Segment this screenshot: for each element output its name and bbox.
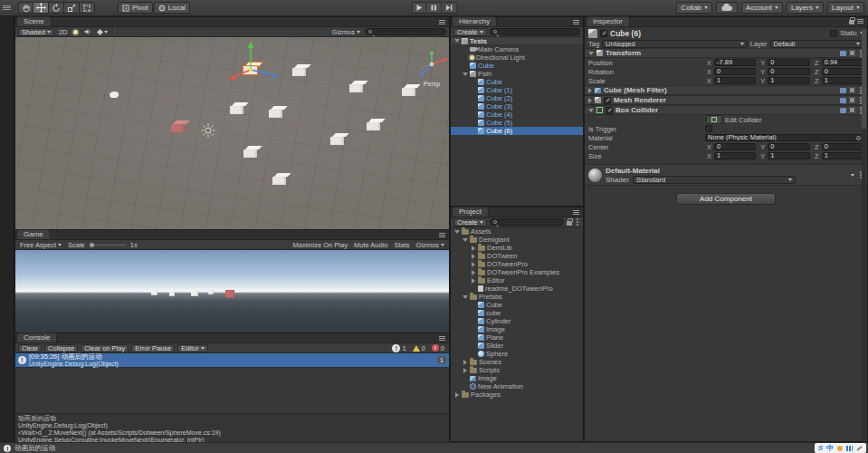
project-item-prefabs[interactable]: Prefabs <box>451 293 583 301</box>
hierarchy-item-cube[interactable]: Cube <box>451 78 583 86</box>
project-item-editor[interactable]: Editor <box>451 276 583 284</box>
hierarchy-item-directional-light[interactable]: Directional Light <box>451 53 583 62</box>
layers-dropdown[interactable]: Layers <box>787 2 824 14</box>
audio-toggle[interactable] <box>82 28 93 35</box>
game-viewport[interactable] <box>15 250 449 333</box>
layer-dropdown[interactable]: Default <box>770 40 863 48</box>
rotation-x-field[interactable]: 0 <box>714 68 756 75</box>
info-filter-toggle[interactable]: 1 <box>390 344 407 352</box>
foldout-closed-icon[interactable] <box>588 88 592 93</box>
foldout-open-icon[interactable] <box>454 39 460 43</box>
scene-cube-red[interactable] <box>171 120 186 132</box>
panel-menu-icon[interactable] <box>573 210 579 215</box>
slider-knob[interactable] <box>90 243 94 247</box>
foldout-open-icon[interactable] <box>588 52 594 55</box>
gameobject-name[interactable]: Cube (6) <box>610 29 641 38</box>
collapse-toggle[interactable]: Collapse <box>44 344 78 352</box>
console-detail-pane[interactable]: 动画后的运动 UnityEngine.Debug:Log(Object) <Wa… <box>15 413 449 443</box>
mute-audio-toggle[interactable]: Mute Audio <box>352 241 390 249</box>
create-dropdown[interactable]: Create <box>453 28 487 36</box>
scene-search-input[interactable] <box>365 28 446 35</box>
lock-icon[interactable] <box>567 221 572 226</box>
hierarchy-search-input[interactable] <box>490 28 580 35</box>
gear-icon[interactable] <box>849 87 855 93</box>
effects-dropdown[interactable] <box>96 30 110 34</box>
position-y-field[interactable]: 0 <box>768 59 809 66</box>
foldout-closed-icon[interactable] <box>588 98 592 103</box>
scale-z-field[interactable]: 1 <box>822 77 863 84</box>
stats-toggle[interactable]: Stats <box>392 241 411 249</box>
tab-scene[interactable]: Scene <box>16 16 52 26</box>
hierarchy-item-main-camera[interactable]: Main Camera <box>451 45 583 53</box>
project-item-demilib[interactable]: DemiLib <box>451 244 583 252</box>
status-bar[interactable]: 动画后的运动 <box>0 442 868 453</box>
scene-orientation-gizmo[interactable] <box>412 50 449 81</box>
local-toggle-button[interactable]: Local <box>154 2 190 14</box>
edit-collider-button[interactable] <box>706 115 722 124</box>
mesh-renderer-component-header[interactable]: Mesh Renderer <box>585 95 867 105</box>
ime-language-icon[interactable]: 中 <box>826 443 834 453</box>
scale-tool-button[interactable] <box>64 2 80 14</box>
center-z-field[interactable]: 0 <box>822 143 863 150</box>
pause-button[interactable] <box>426 2 442 14</box>
transform-component-header[interactable]: Transform <box>585 48 867 58</box>
project-item-dotweenpro[interactable]: DOTweenPro <box>451 260 583 268</box>
foldout-closed-icon[interactable] <box>472 278 475 284</box>
2d-toggle[interactable]: 2D <box>57 28 70 36</box>
help-icon[interactable] <box>840 98 846 103</box>
ime-logo-icon[interactable]: S <box>818 444 823 452</box>
rect-tool-button[interactable] <box>80 2 95 14</box>
project-item-plane-prefab[interactable]: Plane <box>451 333 583 342</box>
ime-keyboard-icon[interactable] <box>846 446 853 451</box>
rotation-y-field[interactable]: 0 <box>768 68 809 75</box>
persp-label[interactable]: Persp <box>412 81 449 87</box>
panel-menu-icon[interactable] <box>439 20 445 24</box>
tab-project[interactable]: Project <box>452 207 489 217</box>
scale-x-field[interactable]: 1 <box>714 77 756 84</box>
scene-cube[interactable] <box>243 146 258 158</box>
layout-dropdown[interactable]: Layout <box>827 2 864 14</box>
gear-icon[interactable] <box>849 50 855 56</box>
project-item-demigiant[interactable]: Demigiant <box>451 236 583 244</box>
static-checkbox[interactable] <box>830 30 837 37</box>
project-item-cube2-prefab[interactable]: cube <box>451 309 583 317</box>
ime-toolbar[interactable]: S 中 <box>815 443 866 453</box>
material-preview-block[interactable]: Default-Material Shader Standard <box>585 164 867 186</box>
scene-cube[interactable] <box>272 173 287 185</box>
hierarchy-item-cube[interactable]: Cube <box>451 62 583 70</box>
project-item-dotweenpro-examples[interactable]: DOTweenPro Examples <box>451 268 583 276</box>
help-icon[interactable] <box>840 51 846 56</box>
clear-on-play-toggle[interactable]: Clear on Play <box>81 344 129 352</box>
scene-viewport[interactable]: Persp <box>15 37 449 230</box>
error-pause-toggle[interactable]: Error Pause <box>131 344 175 352</box>
tag-dropdown[interactable]: Untagged <box>602 40 748 48</box>
collab-button[interactable]: Collab <box>676 2 712 14</box>
project-search-input[interactable] <box>490 218 564 226</box>
project-item-readme[interactable]: readme_DOTweenPro <box>451 284 583 293</box>
move-tool-button[interactable] <box>33 2 49 14</box>
rotate-tool-button[interactable] <box>49 2 64 14</box>
foldout-closed-icon[interactable] <box>463 360 467 365</box>
size-x-field[interactable]: 1 <box>714 152 756 159</box>
step-button[interactable] <box>442 2 457 14</box>
lighting-toggle[interactable] <box>72 30 80 34</box>
project-item-new-animation[interactable]: New Animation <box>451 382 583 390</box>
chevron-down-icon[interactable] <box>851 174 854 177</box>
project-item-sphere-prefab[interactable]: Sphere <box>451 350 583 358</box>
ime-mode-icon[interactable] <box>837 446 843 451</box>
foldout-open-icon[interactable] <box>454 230 460 234</box>
hierarchy-item-cube-3[interactable]: Cube (3) <box>451 102 583 111</box>
tab-hierarchy[interactable]: Hierarchy <box>452 16 497 26</box>
panel-menu-icon[interactable] <box>573 20 579 24</box>
foldout-closed-icon[interactable] <box>472 246 475 251</box>
editor-dropdown[interactable]: Editor <box>177 344 208 352</box>
game-gizmos-dropdown[interactable]: Gizmos <box>415 241 446 249</box>
create-dropdown[interactable]: Create <box>453 218 487 226</box>
foldout-closed-icon[interactable] <box>472 262 475 267</box>
inspector-scrollbar[interactable] <box>862 28 866 439</box>
console-log-entry[interactable]: [09:35:26] 动画后的运动 UnityEngine.Debug:Log(… <box>15 353 449 368</box>
play-button[interactable] <box>411 2 426 14</box>
project-item-scripts[interactable]: Scripts <box>451 366 583 374</box>
foldout-closed-icon[interactable] <box>463 368 467 373</box>
shader-dropdown[interactable]: Standard <box>633 176 796 184</box>
